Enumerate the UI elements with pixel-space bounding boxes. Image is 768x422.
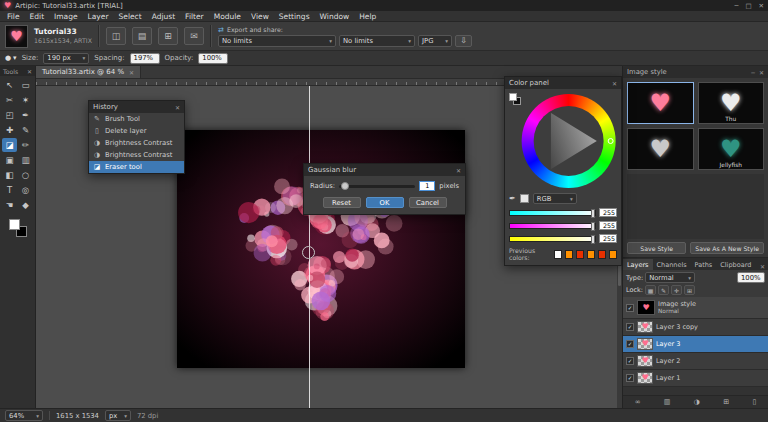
style-thumb-white[interactable]: Thu (698, 82, 765, 124)
export-format-select[interactable]: JPG▾ (418, 35, 452, 47)
export-preset2-select[interactable]: No limits▾ (339, 35, 415, 47)
layer-row-layer-3-copy[interactable]: ✓ Layer 3 copy (623, 319, 768, 336)
previous-color-swatch[interactable] (565, 250, 573, 259)
previous-color-swatch[interactable] (598, 250, 606, 259)
export-save-button[interactable]: ⇩ (455, 35, 472, 47)
green-slider[interactable] (509, 223, 596, 229)
share-icon[interactable]: ✉ (184, 27, 204, 45)
foreground-color-swatch[interactable] (509, 93, 517, 101)
save-style-button[interactable]: Save Style (627, 242, 686, 254)
tab-layers[interactable]: Layers (623, 259, 653, 270)
text-tool[interactable]: T (2, 183, 17, 197)
clone-stamp-tool[interactable]: ▣ (2, 153, 17, 167)
history-item[interactable]: ◑ Brightness Contrast (89, 149, 184, 161)
eraser-tool[interactable]: ◪ (2, 138, 17, 152)
fill-tool[interactable]: ◧ (2, 168, 17, 182)
menu-view[interactable]: View (246, 12, 274, 21)
style-thumb-gray[interactable] (627, 128, 694, 170)
smudge-tool[interactable]: ○ (18, 168, 33, 182)
healing-tool[interactable]: ✚ (2, 123, 17, 137)
marquee-tool[interactable]: ▭ (18, 78, 33, 92)
history-item[interactable]: ✎ Brush Tool (89, 113, 184, 125)
arrange-icon[interactable]: ▤ (132, 27, 152, 45)
previous-color-swatch[interactable] (554, 250, 562, 259)
menu-module[interactable]: Module (209, 12, 246, 21)
collapse-icon[interactable]: ─ (751, 69, 755, 76)
tab-channels[interactable]: Channels (653, 259, 691, 270)
unit-select[interactable]: px▾ (105, 410, 131, 421)
color-wheel[interactable] (522, 94, 616, 188)
hand-tool[interactable]: ☚ (2, 198, 17, 212)
close-icon[interactable]: ✕ (175, 104, 180, 111)
menu-layer[interactable]: Layer (83, 12, 114, 21)
layer-row-layer-3[interactable]: ✓ Layer 3 (623, 336, 768, 353)
style-thumb-pink[interactable] (627, 82, 694, 124)
zoom-level-select[interactable]: 64%▾ (5, 410, 43, 421)
pencil-tool[interactable]: ✏ (18, 138, 33, 152)
lock-position-icon[interactable]: ✛ (671, 285, 682, 295)
visibility-checkbox[interactable]: ✓ (626, 374, 634, 382)
blue-slider[interactable] (509, 236, 596, 242)
close-icon[interactable]: ✕ (456, 167, 461, 174)
red-value-input[interactable]: 255 (599, 208, 617, 217)
delete-layer-icon[interactable]: ▯ (752, 398, 756, 406)
tab-close-icon[interactable]: ✕ (129, 69, 134, 76)
shape-tool[interactable]: ◆ (18, 198, 33, 212)
radius-slider[interactable] (339, 185, 415, 188)
foreground-background-swatches[interactable] (8, 218, 28, 238)
lock-transparency-icon[interactable]: ▦ (645, 285, 656, 295)
export-preset-select[interactable]: No limits▾ (218, 35, 336, 47)
layer-row-image-style[interactable]: ✓ Image style Normal (623, 297, 768, 319)
radius-value-input[interactable]: 1 (419, 181, 435, 191)
close-icon[interactable]: ✕ (612, 80, 617, 87)
blend-mode-select[interactable]: Normal▾ (645, 272, 695, 283)
save-as-new-style-button[interactable]: Save As A New Style (690, 242, 764, 254)
brush-opacity-input[interactable]: 100% (198, 53, 228, 64)
menu-help[interactable]: Help (354, 12, 381, 21)
maximize-icon[interactable]: □ (745, 2, 751, 10)
ok-button[interactable]: OK (366, 197, 404, 208)
link-layers-icon[interactable]: ∞ (635, 398, 641, 406)
brush-preset-select[interactable]: ● ▾ (5, 54, 17, 62)
style-thumb-teal[interactable]: Jellyfish (698, 128, 765, 170)
eyedropper-tool[interactable]: ✒ (18, 108, 33, 122)
green-slider-handle[interactable] (591, 222, 595, 231)
previous-color-swatch[interactable] (587, 250, 595, 259)
crop-tool[interactable]: ◰ (2, 108, 17, 122)
close-icon[interactable]: ✕ (759, 2, 764, 10)
menu-settings[interactable]: Settings (274, 12, 315, 21)
minimize-icon[interactable]: ─ (734, 2, 738, 10)
tab-paths[interactable]: Paths (691, 259, 717, 270)
visibility-checkbox[interactable]: ✓ (626, 323, 634, 331)
gradient-tool[interactable]: ▥ (18, 153, 33, 167)
magic-wand-tool[interactable]: ✶ (18, 93, 33, 107)
previous-color-swatch[interactable] (609, 250, 617, 259)
blue-value-input[interactable]: 255 (599, 234, 617, 243)
menu-adjust[interactable]: Adjust (147, 12, 180, 21)
lock-all-icon[interactable]: ⊞ (684, 285, 695, 295)
red-slider[interactable] (509, 210, 596, 216)
layer-opacity-input[interactable]: 100% (737, 272, 765, 283)
blue-slider-handle[interactable] (591, 235, 595, 244)
menu-filter[interactable]: Filter (180, 12, 209, 21)
previous-color-swatch[interactable] (576, 250, 584, 259)
menu-file[interactable]: File (2, 12, 25, 21)
lasso-tool[interactable]: ✂ (2, 93, 17, 107)
close-icon[interactable]: ✕ (759, 69, 764, 76)
eyedropper-icon[interactable]: ✒ (509, 194, 516, 203)
visibility-checkbox[interactable]: ✓ (626, 357, 634, 365)
history-item[interactable]: ▯ Delete layer (89, 125, 184, 137)
visibility-checkbox[interactable]: ✓ (626, 340, 634, 348)
red-slider-handle[interactable] (591, 209, 595, 218)
menu-window[interactable]: Window (315, 12, 355, 21)
document-thumbnail[interactable] (5, 25, 28, 48)
layer-mask-icon[interactable]: ▥ (664, 398, 671, 406)
close-icon[interactable]: ✕ (27, 68, 32, 75)
move-tool[interactable]: ↖ (2, 78, 17, 92)
menu-image[interactable]: Image (49, 12, 83, 21)
visibility-checkbox[interactable]: ✓ (626, 304, 634, 312)
layer-row-layer-2[interactable]: ✓ Layer 2 (623, 353, 768, 370)
history-item-selected[interactable]: ◪ Eraser tool (89, 161, 184, 173)
cancel-button[interactable]: Cancel (409, 197, 447, 208)
new-layer-icon[interactable]: ⊞ (723, 398, 729, 406)
